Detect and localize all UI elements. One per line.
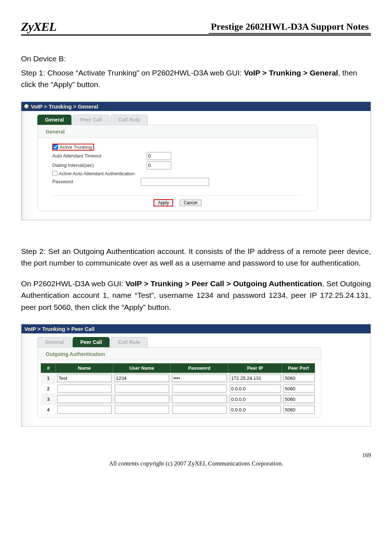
p2-path: VoIP > Trunking > Peer Call > Outgoing A…	[126, 279, 322, 288]
dialing-interval-label: Dialing Interval(sec)	[52, 163, 147, 168]
apply-button[interactable]: Apply	[154, 199, 173, 206]
active-auth-label: Active Auto Attendant Authentication	[59, 171, 135, 176]
breadcrumb: VoIP > Trunking > General	[31, 103, 98, 110]
tab-peer-call[interactable]: Peer Call	[73, 337, 110, 347]
auto-attendant-timeout-input[interactable]	[147, 152, 171, 160]
table-row: 3	[41, 394, 315, 405]
section-outgoing-auth: Outgoing Authentication	[38, 348, 321, 360]
col-ip: Peer IP	[228, 364, 282, 373]
name-input[interactable]	[57, 406, 112, 414]
copyright: All contents copyright (c) 2007 ZyXEL Co…	[21, 460, 371, 467]
tab-call-rule[interactable]: Call Rule	[111, 337, 148, 347]
peer-port-input[interactable]	[283, 385, 315, 393]
row-index: 1	[41, 373, 56, 383]
password-label: Password	[52, 179, 141, 184]
password-input[interactable]	[172, 395, 227, 403]
table-row: 4	[41, 405, 315, 415]
name-input[interactable]	[57, 385, 112, 393]
intro-device: On Device B:	[21, 53, 371, 65]
tab-general[interactable]: General	[37, 337, 72, 347]
active-trunking-checkbox[interactable]	[53, 144, 58, 149]
peer-port-input[interactable]	[283, 395, 315, 403]
breadcrumb: VoIP > Trunking > Peer Call	[24, 326, 95, 332]
breadcrumb-icon	[24, 104, 29, 108]
username-input[interactable]	[115, 406, 169, 414]
p2-pre: On P2602HWL-D3A web GUI:	[21, 279, 126, 288]
step-2: Step 2: Set an Outgoing Authentication a…	[21, 246, 371, 269]
cancel-button[interactable]: Cancel	[180, 200, 201, 206]
username-input[interactable]	[115, 374, 169, 382]
screenshot-peer-call: VoIP > Trunking > Peer Call General Peer…	[21, 324, 371, 427]
step-1: Step 1: Choose “Activate Trunking” on P2…	[21, 67, 371, 91]
auto-attendant-timeout-label: Auto Attendant Timeout	[52, 153, 147, 159]
active-trunking-label: Active Trunking	[60, 144, 92, 150]
row-index: 3	[41, 394, 56, 405]
peer-ip-input[interactable]	[230, 406, 281, 414]
peer-ip-input[interactable]	[230, 374, 281, 382]
col-port: Peer Port	[282, 364, 315, 373]
password-input[interactable]	[141, 178, 209, 186]
password-input[interactable]	[172, 385, 227, 393]
section-general: General	[38, 125, 317, 138]
col-idx: #	[41, 364, 56, 373]
page-number: 169	[21, 452, 371, 459]
step1-path: VoIP > Trunking > General	[244, 69, 338, 77]
peer-ip-input[interactable]	[230, 395, 281, 403]
username-input[interactable]	[115, 385, 169, 393]
row-index: 2	[41, 383, 56, 394]
page-title: Prestige 2602HWL-D3A Support Notes	[209, 21, 371, 34]
tab-general[interactable]: General	[37, 115, 72, 125]
peer-port-input[interactable]	[283, 374, 315, 382]
active-auth-checkbox[interactable]	[52, 171, 57, 176]
col-pass: Password	[171, 364, 228, 373]
highlight-active-trunking: Active Trunking	[52, 144, 94, 151]
name-input[interactable]	[57, 374, 112, 382]
brand-logo: ZyXEL	[21, 20, 56, 34]
step1-pre: Step 1: Choose “Activate Trunking” on P2…	[21, 69, 244, 77]
step-2b: On P2602HWL-D3A web GUI: VoIP > Trunking…	[21, 278, 371, 313]
col-user: User Name	[113, 364, 171, 373]
tab-peer-call[interactable]: Peer Call	[73, 115, 110, 125]
username-input[interactable]	[115, 395, 169, 403]
screenshot-general: VoIP > Trunking > General General Peer C…	[21, 102, 371, 220]
password-input[interactable]	[172, 374, 227, 382]
dialing-interval-input[interactable]	[147, 161, 171, 169]
password-input[interactable]	[172, 406, 227, 414]
tab-call-rule[interactable]: Call Rule	[111, 115, 148, 125]
peer-ip-input[interactable]	[230, 385, 281, 393]
outgoing-auth-table: # Name User Name Password Peer IP Peer P…	[41, 363, 315, 415]
col-name: Name	[56, 364, 113, 373]
table-row: 1	[41, 373, 315, 383]
peer-port-input[interactable]	[283, 406, 315, 414]
table-row: 2	[41, 383, 315, 394]
name-input[interactable]	[57, 395, 112, 403]
row-index: 4	[41, 405, 56, 415]
